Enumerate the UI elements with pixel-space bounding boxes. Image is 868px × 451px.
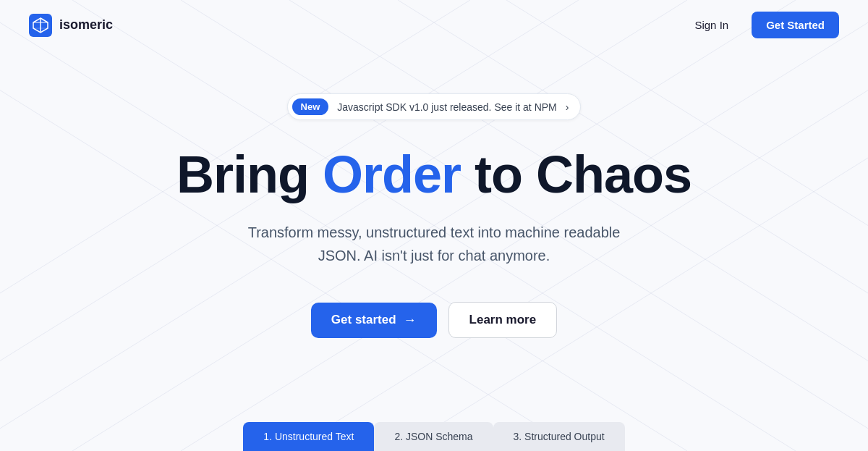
- get-started-nav-button[interactable]: Get Started: [752, 12, 839, 38]
- hero-title-part1: Bring: [176, 146, 323, 203]
- logo-icon: [29, 14, 52, 37]
- hero-title: Bring Order to Chaos: [176, 146, 692, 203]
- get-started-button[interactable]: Get started →: [311, 303, 437, 338]
- tab-unstructured-text[interactable]: 1. Unstructured Text: [243, 422, 374, 451]
- banner-arrow-icon: ›: [566, 101, 569, 113]
- hero-title-highlight: Order: [323, 146, 461, 203]
- hero-subtitle: Transform messy, unstructured text into …: [231, 221, 637, 267]
- nav-right: Sign In Get Started: [686, 12, 839, 38]
- sign-in-button[interactable]: Sign In: [686, 13, 737, 37]
- tab-3-label: 3. Structured Output: [514, 431, 605, 442]
- navbar: isomeric Sign In Get Started: [0, 0, 868, 50]
- get-started-label: Get started: [331, 313, 396, 327]
- tab-2-label: 2. JSON Schema: [394, 431, 472, 442]
- tab-json-schema[interactable]: 2. JSON Schema: [374, 422, 493, 451]
- new-badge: New: [292, 98, 329, 115]
- logo-text: isomeric: [59, 17, 113, 33]
- hero-section: New Javascript SDK v1.0 just released. S…: [0, 50, 868, 338]
- tab-1-label: 1. Unstructured Text: [263, 431, 354, 442]
- tab-structured-output[interactable]: 3. Structured Output: [493, 422, 625, 451]
- banner-text: Javascript SDK v1.0 just released. See i…: [337, 101, 556, 113]
- hero-title-part2: to Chaos: [461, 146, 692, 203]
- announcement-banner[interactable]: New Javascript SDK v1.0 just released. S…: [287, 93, 582, 120]
- bottom-tabs: 1. Unstructured Text 2. JSON Schema 3. S…: [0, 422, 868, 451]
- logo-area: isomeric: [29, 14, 113, 37]
- learn-more-button[interactable]: Learn more: [448, 302, 558, 338]
- cta-buttons: Get started → Learn more: [311, 302, 557, 338]
- get-started-arrow-icon: →: [404, 313, 417, 328]
